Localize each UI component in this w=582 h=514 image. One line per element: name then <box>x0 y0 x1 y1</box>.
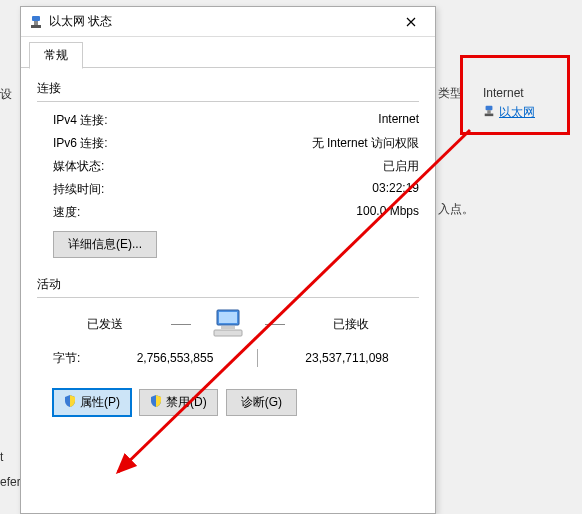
activity-heading: 活动 <box>37 276 419 293</box>
bytes-sent-value: 2,756,553,855 <box>103 351 247 365</box>
tab-strip: 常规 <box>21 41 435 67</box>
diagnose-button[interactable]: 诊断(G) <box>226 389 297 416</box>
svg-rect-7 <box>486 106 493 110</box>
bg-text-settings: 设 <box>0 86 12 103</box>
activity-section: 活动 已发送 已接收 字节: 2,756,553,855 <box>37 276 419 367</box>
svg-rect-0 <box>32 16 40 21</box>
connection-section: 连接 IPv4 连接: Internet IPv6 连接: 无 Internet… <box>37 80 419 258</box>
svg-rect-4 <box>219 312 237 323</box>
activity-divider <box>171 324 191 325</box>
divider <box>37 297 419 298</box>
properties-button[interactable]: 属性(P) <box>53 389 131 416</box>
connection-heading: 连接 <box>37 80 419 97</box>
ipv6-label: IPv6 连接: <box>53 135 108 152</box>
network-icon <box>483 105 495 120</box>
tab-general[interactable]: 常规 <box>29 42 83 69</box>
titlebar: 以太网 状态 <box>21 7 435 37</box>
svg-rect-2 <box>31 25 41 28</box>
ethernet-status-dialog: 以太网 状态 常规 连接 IPv4 连接: Internet IPv6 连接: … <box>20 6 436 514</box>
svg-rect-1 <box>34 21 38 25</box>
row-ipv6: IPv6 连接: 无 Internet 访问权限 <box>53 135 419 152</box>
bytes-row: 字节: 2,756,553,855 23,537,711,098 <box>53 349 419 367</box>
highlight-box: Internet 以太网 <box>460 55 570 135</box>
shield-icon <box>64 395 76 410</box>
bg-text-efer: efer <box>0 475 21 489</box>
bg-text-access: 入点。 <box>438 201 474 218</box>
media-value: 已启用 <box>383 158 419 175</box>
divider <box>37 101 419 102</box>
svg-rect-9 <box>485 114 494 117</box>
svg-rect-8 <box>487 110 490 113</box>
details-button[interactable]: 详细信息(E)... <box>53 231 157 258</box>
bytes-divider <box>257 349 265 367</box>
internet-text: Internet <box>483 86 567 100</box>
activity-divider <box>265 324 285 325</box>
speed-label: 速度: <box>53 204 80 221</box>
network-icon <box>29 15 43 29</box>
media-label: 媒体状态: <box>53 158 104 175</box>
row-speed: 速度: 100.0 Mbps <box>53 204 419 221</box>
row-duration: 持续时间: 03:22:19 <box>53 181 419 198</box>
bg-text-t: t <box>0 450 3 464</box>
duration-label: 持续时间: <box>53 181 104 198</box>
svg-rect-5 <box>221 326 235 329</box>
activity-header: 已发送 已接收 <box>53 308 403 341</box>
tab-body: 连接 IPv4 连接: Internet IPv6 连接: 无 Internet… <box>21 67 435 513</box>
properties-button-label: 属性(P) <box>80 394 120 411</box>
svg-rect-6 <box>214 330 242 336</box>
computer-icon <box>211 308 245 341</box>
button-row: 属性(P) 禁用(D) 诊断(G) <box>37 381 419 428</box>
disable-button[interactable]: 禁用(D) <box>139 389 218 416</box>
dialog-title: 以太网 状态 <box>49 13 388 30</box>
speed-value: 100.0 Mbps <box>356 204 419 221</box>
sent-label: 已发送 <box>60 316 150 333</box>
bg-text-type: 类型 <box>438 85 462 102</box>
recv-label: 已接收 <box>306 316 396 333</box>
shield-icon <box>150 395 162 410</box>
ipv4-value: Internet <box>378 112 419 129</box>
bytes-label: 字节: <box>53 350 103 367</box>
close-button[interactable] <box>388 8 433 36</box>
disable-button-label: 禁用(D) <box>166 394 207 411</box>
ethernet-link[interactable]: 以太网 <box>499 104 535 121</box>
duration-value: 03:22:19 <box>372 181 419 198</box>
row-ipv4: IPv4 连接: Internet <box>53 112 419 129</box>
row-media: 媒体状态: 已启用 <box>53 158 419 175</box>
ipv6-value: 无 Internet 访问权限 <box>312 135 419 152</box>
bytes-recv-value: 23,537,711,098 <box>275 351 419 365</box>
ipv4-label: IPv4 连接: <box>53 112 108 129</box>
